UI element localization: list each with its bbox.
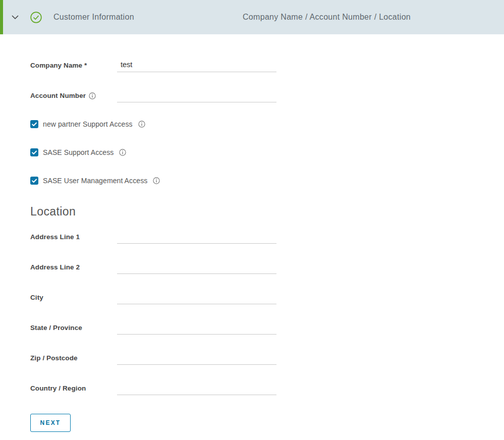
location-fields: Address Line 1 Address Line 2 City State… [30, 230, 504, 395]
city-row: City [30, 291, 504, 304]
address-line-1-label: Address Line 1 [30, 233, 117, 244]
section-summary: Company Name / Account Number / Location [243, 13, 411, 22]
address-line-1-input[interactable] [117, 230, 276, 244]
country-region-input[interactable] [117, 381, 276, 395]
checkbox-label: new partner Support Access [43, 120, 133, 128]
location-heading: Location [30, 204, 504, 219]
city-input[interactable] [117, 291, 276, 304]
address-line-2-label: Address Line 2 [30, 263, 117, 274]
company-name-row: Company Name * [30, 59, 504, 72]
state-province-row: State / Province [30, 321, 504, 335]
sase-support-access-row: SASE Support Access [30, 147, 504, 157]
info-icon[interactable] [119, 149, 126, 156]
zip-postcode-label: Zip / Postcode [30, 354, 117, 365]
account-number-row: Account Number [30, 89, 504, 102]
info-icon[interactable] [89, 92, 96, 99]
address-line-1-row: Address Line 1 [30, 230, 504, 244]
country-region-label: Country / Region [30, 384, 117, 395]
state-province-input[interactable] [117, 321, 276, 335]
customer-information-form: Company Name * Account Number [0, 34, 504, 432]
new-partner-support-access-checkbox[interactable] [30, 120, 38, 128]
company-name-input[interactable] [117, 59, 276, 72]
address-line-2-row: Address Line 2 [30, 260, 504, 274]
country-region-row: Country / Region [30, 381, 504, 395]
next-button[interactable]: NEXT [30, 414, 71, 432]
sase-support-access-checkbox[interactable] [30, 148, 38, 156]
address-line-2-input[interactable] [117, 260, 276, 274]
section-title: Customer Information [53, 13, 134, 22]
account-number-label: Account Number [30, 92, 117, 102]
customer-information-accordion-header[interactable]: Customer Information Company Name / Acco… [0, 0, 504, 34]
sase-user-management-access-checkbox[interactable] [30, 177, 38, 185]
checkbox-label: SASE User Management Access [43, 177, 147, 185]
new-partner-support-access-row: new partner Support Access [30, 119, 504, 129]
chevron-down-icon[interactable] [12, 15, 19, 20]
access-checkbox-group: new partner Support Access SASE Support … [30, 119, 504, 186]
checkbox-label: SASE Support Access [43, 148, 114, 156]
sase-user-management-access-row: SASE User Management Access [30, 176, 504, 186]
zip-postcode-row: Zip / Postcode [30, 351, 504, 365]
info-icon[interactable] [138, 121, 145, 128]
city-label: City [30, 294, 117, 304]
info-icon[interactable] [153, 177, 160, 184]
account-number-input[interactable] [117, 89, 276, 102]
company-name-label: Company Name * [30, 62, 117, 72]
state-province-label: State / Province [30, 324, 117, 335]
zip-postcode-input[interactable] [117, 351, 276, 365]
step-complete-check-icon [30, 12, 42, 23]
